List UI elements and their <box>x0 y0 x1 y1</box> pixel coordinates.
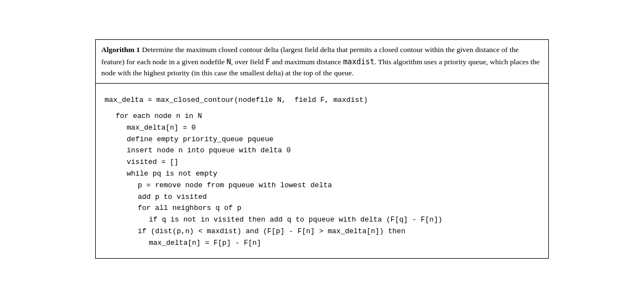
code-line-6: while pq is not empty <box>105 168 539 180</box>
code-line-11: if (dist(p,n) < maxdist) and (F[p] - F[n… <box>105 226 539 238</box>
algorithm-description-part3: and maximum distance <box>270 58 343 66</box>
code-line-1: for each node n in N <box>105 111 539 122</box>
algorithm-code-F: F <box>266 57 270 66</box>
algorithm-code-N: N <box>226 57 231 66</box>
algorithm-body: max_delta = max_closed_contour(nodefile … <box>96 84 548 258</box>
algorithm-description-part2: , over field <box>231 58 266 66</box>
code-line-4: insert node n into pqueue with delta 0 <box>105 145 539 157</box>
algorithm-container: Algorithm 1 Determine the maximum closed… <box>95 39 549 258</box>
code-line-12: max_delta[n] = F[p] - F[n] <box>105 238 539 249</box>
code-line-8: add p to visited <box>105 192 539 203</box>
code-line-5: visited = [] <box>105 157 539 168</box>
algorithm-label: Algorithm 1 <box>101 45 140 54</box>
code-line-2: max_delta[n] = 0 <box>105 122 539 134</box>
code-line-7: p = remove node from pqueue with lowest … <box>105 180 539 192</box>
code-signature: max_delta = max_closed_contour(nodefile … <box>105 95 539 106</box>
algorithm-header: Algorithm 1 Determine the maximum closed… <box>96 40 548 84</box>
code-line-3: define empty priority_queue pqueue <box>105 134 539 146</box>
code-line-10: if q is not in visited then add q to pqu… <box>105 214 539 226</box>
algorithm-code-maxdist: maxdist <box>343 57 375 66</box>
code-line-9: for all neighbors q of p <box>105 203 539 214</box>
